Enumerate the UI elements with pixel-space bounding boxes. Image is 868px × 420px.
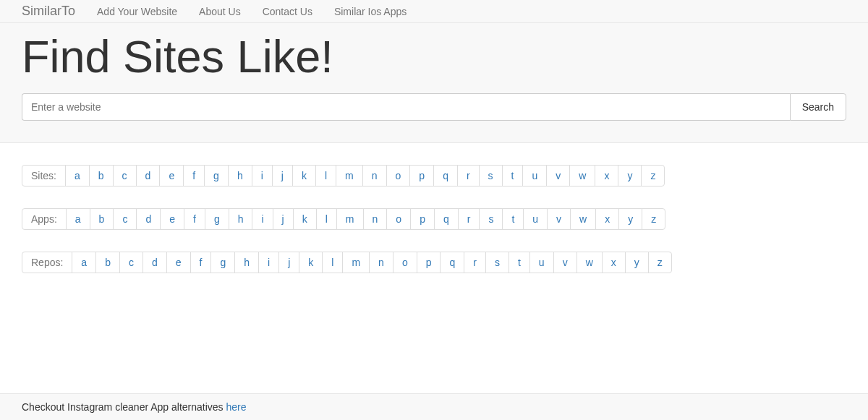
- nav-links: Add Your Website About Us Contact Us Sim…: [86, 2, 417, 21]
- alpha-item-t[interactable]: t: [509, 252, 530, 273]
- alpha-item-g[interactable]: g: [205, 208, 229, 230]
- alpha-item-t[interactable]: t: [502, 165, 524, 187]
- alpha-item-h[interactable]: h: [234, 252, 259, 273]
- alpha-item-r[interactable]: r: [464, 252, 486, 273]
- alpha-item-q[interactable]: q: [434, 208, 459, 230]
- alpha-item-s[interactable]: s: [479, 208, 503, 230]
- alpha-item-k[interactable]: k: [293, 208, 317, 230]
- alpha-item-x[interactable]: x: [602, 252, 626, 273]
- alpha-item-j[interactable]: j: [272, 165, 293, 187]
- alpha-item-i[interactable]: i: [252, 208, 273, 230]
- alpha-item-d[interactable]: d: [136, 165, 161, 187]
- alpha-item-b[interactable]: b: [90, 208, 114, 230]
- alpha-row-sites: Sites:abcdefghijklmnopqrstuvwxyz: [22, 165, 846, 187]
- alpha-item-l[interactable]: l: [322, 252, 343, 273]
- alpha-item-i[interactable]: i: [252, 165, 273, 187]
- alpha-item-b[interactable]: b: [95, 252, 120, 273]
- alpha-item-j[interactable]: j: [278, 252, 299, 273]
- alpha-item-n[interactable]: n: [362, 165, 387, 187]
- alpha-item-s[interactable]: s: [479, 165, 503, 187]
- alpha-item-u[interactable]: u: [522, 165, 547, 187]
- alpha-item-y[interactable]: y: [618, 208, 642, 230]
- search-button[interactable]: Search: [790, 93, 846, 121]
- hero-section: Find Sites Like! Search: [0, 23, 868, 143]
- alpha-item-j[interactable]: j: [273, 208, 294, 230]
- alpha-item-d[interactable]: d: [142, 252, 167, 273]
- alpha-item-p[interactable]: p: [410, 208, 435, 230]
- alpha-item-v[interactable]: v: [547, 208, 571, 230]
- alpha-item-c[interactable]: c: [113, 165, 137, 187]
- alpha-item-q[interactable]: q: [440, 252, 464, 273]
- alpha-item-z[interactable]: z: [648, 252, 672, 273]
- alpha-item-s[interactable]: s: [485, 252, 509, 273]
- alpha-item-f[interactable]: f: [190, 252, 212, 273]
- alpha-item-c[interactable]: c: [119, 252, 143, 273]
- alpha-item-k[interactable]: k: [299, 252, 323, 273]
- alpha-item-x[interactable]: x: [595, 165, 618, 187]
- alpha-item-f[interactable]: f: [183, 165, 205, 187]
- alpha-item-c[interactable]: c: [113, 208, 137, 230]
- content-section: Sites:abcdefghijklmnopqrstuvwxyzApps:abc…: [0, 143, 868, 317]
- alpha-item-o[interactable]: o: [386, 208, 411, 230]
- alpha-item-k[interactable]: k: [292, 165, 316, 187]
- alpha-item-o[interactable]: o: [386, 165, 411, 187]
- alpha-item-f[interactable]: f: [184, 208, 205, 230]
- alpha-item-l[interactable]: l: [315, 165, 336, 187]
- alpha-item-m[interactable]: m: [336, 165, 363, 187]
- alpha-item-z[interactable]: z: [641, 165, 665, 187]
- alpha-item-r[interactable]: r: [457, 165, 480, 187]
- alpha-item-n[interactable]: n: [369, 252, 393, 273]
- alpha-item-w[interactable]: w: [576, 252, 603, 273]
- nav-link-add-website[interactable]: Add Your Website: [86, 2, 188, 21]
- search-form: Search: [22, 93, 846, 121]
- alpha-row-apps: Apps:abcdefghijklmnopqrstuvwxyz: [22, 208, 846, 230]
- alpha-item-y[interactable]: y: [625, 252, 649, 273]
- nav-link-contact[interactable]: Contact Us: [252, 2, 323, 21]
- brand-link[interactable]: SimilarTo: [22, 0, 86, 22]
- page-title: Find Sites Like!: [22, 30, 846, 82]
- alpha-item-e[interactable]: e: [160, 208, 184, 230]
- alpha-item-n[interactable]: n: [363, 208, 388, 230]
- alpha-item-i[interactable]: i: [258, 252, 279, 273]
- alpha-item-u[interactable]: u: [529, 252, 554, 273]
- alpha-item-w[interactable]: w: [570, 208, 596, 230]
- alpha-label: Repos:: [22, 252, 72, 273]
- nav-link-about[interactable]: About Us: [188, 2, 252, 21]
- alpha-item-l[interactable]: l: [316, 208, 337, 230]
- alpha-item-x[interactable]: x: [595, 208, 619, 230]
- alpha-item-e[interactable]: e: [166, 252, 191, 273]
- alpha-item-o[interactable]: o: [393, 252, 417, 273]
- alpha-label: Sites:: [22, 165, 66, 187]
- navbar: SimilarTo Add Your Website About Us Cont…: [0, 0, 868, 23]
- alpha-item-a[interactable]: a: [66, 208, 90, 230]
- alpha-item-g[interactable]: g: [210, 252, 235, 273]
- alpha-item-m[interactable]: m: [336, 208, 364, 230]
- alpha-item-b[interactable]: b: [89, 165, 114, 187]
- alpha-item-p[interactable]: p: [409, 165, 434, 187]
- alpha-item-v[interactable]: v: [546, 165, 570, 187]
- alpha-row-repos: Repos:abcdefghijklmnopqrstuvwxyz: [22, 252, 846, 273]
- alpha-item-m[interactable]: m: [342, 252, 370, 273]
- nav-link-ios-apps[interactable]: Similar Ios Apps: [323, 2, 417, 21]
- alpha-item-v[interactable]: v: [553, 252, 577, 273]
- alpha-item-a[interactable]: a: [72, 252, 96, 273]
- alpha-item-z[interactable]: z: [642, 208, 665, 230]
- alpha-item-a[interactable]: a: [65, 165, 90, 187]
- search-input[interactable]: [22, 93, 790, 121]
- alpha-item-r[interactable]: r: [458, 208, 480, 230]
- alpha-item-q[interactable]: q: [433, 165, 458, 187]
- alpha-item-h[interactable]: h: [229, 208, 253, 230]
- alpha-item-t[interactable]: t: [502, 208, 524, 230]
- alpha-label: Apps:: [22, 208, 67, 230]
- alpha-item-e[interactable]: e: [159, 165, 184, 187]
- alpha-item-d[interactable]: d: [136, 208, 161, 230]
- alpha-item-g[interactable]: g: [204, 165, 229, 187]
- alpha-item-h[interactable]: h: [228, 165, 252, 187]
- alpha-item-p[interactable]: p: [417, 252, 441, 273]
- alpha-item-w[interactable]: w: [569, 165, 595, 187]
- alpha-item-y[interactable]: y: [618, 165, 642, 187]
- alpha-item-u[interactable]: u: [523, 208, 548, 230]
